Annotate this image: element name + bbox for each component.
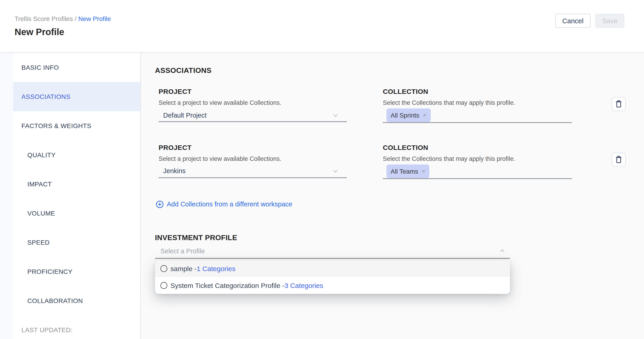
collection-label: COLLECTION bbox=[383, 87, 428, 96]
collection-chip[interactable]: All Sprints × bbox=[386, 108, 430, 122]
add-collections-link[interactable]: Add Collections from a different workspa… bbox=[156, 200, 292, 209]
investment-profile-select[interactable]: Select a Profile bbox=[160, 246, 205, 256]
delete-association-button[interactable] bbox=[612, 97, 626, 111]
project-select-value[interactable]: Default Project bbox=[163, 111, 206, 120]
profile-option-name: sample - bbox=[170, 265, 197, 272]
collection-chip-2[interactable]: All Teams × bbox=[386, 164, 429, 178]
page-title: New Profile bbox=[14, 26, 64, 38]
plus-circle-icon bbox=[156, 200, 164, 208]
associations-section-title: ASSOCIATIONS bbox=[155, 66, 212, 75]
profile-dropdown: sample -1 Categories System Ticket Categ… bbox=[155, 260, 510, 294]
profile-option-categories-link[interactable]: 3 Categories bbox=[284, 282, 323, 289]
project-select-value-2[interactable]: Jenkins bbox=[163, 166, 186, 176]
collection-helper-2: Select the Collections that may apply th… bbox=[383, 154, 515, 164]
profile-option-system-ticket[interactable]: System Ticket Categorization Profile -3 … bbox=[155, 277, 510, 294]
left-gutter bbox=[0, 53, 13, 339]
investment-input-underline bbox=[155, 258, 510, 259]
trash-icon bbox=[614, 100, 623, 108]
project-helper: Select a project to view available Colle… bbox=[158, 98, 282, 108]
page: Trellis Score Profiles/New Profile New P… bbox=[0, 0, 644, 339]
page-header: Trellis Score Profiles/New Profile New P… bbox=[0, 0, 644, 53]
project-helper-2: Select a project to view available Colle… bbox=[158, 154, 282, 164]
profile-option-sample[interactable]: sample -1 Categories bbox=[155, 260, 510, 277]
sidebar-item-basic-info[interactable]: BASIC INFO bbox=[13, 53, 140, 82]
project-select-underline bbox=[158, 121, 347, 122]
project-label: PROJECT bbox=[158, 87, 192, 96]
delete-association-button-2[interactable] bbox=[612, 153, 626, 167]
chip-remove-icon[interactable]: × bbox=[422, 164, 425, 178]
body: BASIC INFO ASSOCIATIONS FACTORS & WEIGHT… bbox=[0, 53, 644, 339]
sidebar-item-associations[interactable]: ASSOCIATIONS bbox=[13, 82, 140, 111]
sidebar-item-proficiency[interactable]: PROFICIENCY bbox=[13, 257, 140, 286]
collection-chip-label: All Teams bbox=[390, 164, 418, 178]
chip-remove-icon[interactable]: × bbox=[423, 108, 426, 122]
chevron-down-icon[interactable] bbox=[332, 112, 339, 118]
collection-input-underline-2 bbox=[383, 178, 572, 179]
breadcrumb-separator: / bbox=[75, 15, 76, 22]
sidebar-last-updated: LAST UPDATED: bbox=[13, 315, 140, 339]
collection-helper: Select the Collections that may apply th… bbox=[383, 98, 515, 108]
cancel-button[interactable]: Cancel bbox=[555, 14, 591, 28]
radio-icon[interactable] bbox=[160, 282, 167, 289]
add-collections-link-label: Add Collections from a different workspa… bbox=[167, 200, 292, 209]
trash-icon bbox=[614, 156, 623, 164]
breadcrumb-current[interactable]: New Profile bbox=[78, 15, 111, 22]
chevron-up-icon[interactable] bbox=[499, 248, 506, 254]
collection-input-underline bbox=[383, 122, 572, 123]
sidebar-item-factors-weights[interactable]: FACTORS & WEIGHTS bbox=[13, 111, 140, 140]
content-area: ASSOCIATIONS PROJECT Select a project to… bbox=[141, 53, 644, 339]
profile-option-name: System Ticket Categorization Profile - bbox=[170, 282, 284, 289]
radio-icon[interactable] bbox=[160, 265, 167, 272]
project-select-underline-2 bbox=[158, 177, 347, 178]
sidebar-nav: BASIC INFO ASSOCIATIONS FACTORS & WEIGHT… bbox=[13, 53, 141, 339]
sidebar-item-speed[interactable]: SPEED bbox=[13, 228, 140, 257]
chevron-down-icon[interactable] bbox=[332, 168, 339, 174]
sidebar-item-collaboration[interactable]: COLLABORATION bbox=[13, 286, 140, 315]
header-actions: Cancel Save bbox=[555, 14, 624, 28]
sidebar-item-impact[interactable]: IMPACT bbox=[13, 170, 140, 199]
collection-label-2: COLLECTION bbox=[383, 143, 428, 152]
save-button[interactable]: Save bbox=[595, 14, 624, 28]
collection-chip-label: All Sprints bbox=[390, 108, 419, 122]
profile-option-categories-link[interactable]: 1 Categories bbox=[197, 265, 236, 272]
breadcrumb: Trellis Score Profiles/New Profile bbox=[14, 14, 111, 23]
project-label-2: PROJECT bbox=[158, 143, 192, 152]
sidebar-item-quality[interactable]: QUALITY bbox=[13, 140, 140, 170]
breadcrumb-parent[interactable]: Trellis Score Profiles bbox=[14, 15, 73, 22]
sidebar-item-volume[interactable]: VOLUME bbox=[13, 199, 140, 228]
investment-profile-label: INVESTMENT PROFILE bbox=[155, 233, 237, 242]
